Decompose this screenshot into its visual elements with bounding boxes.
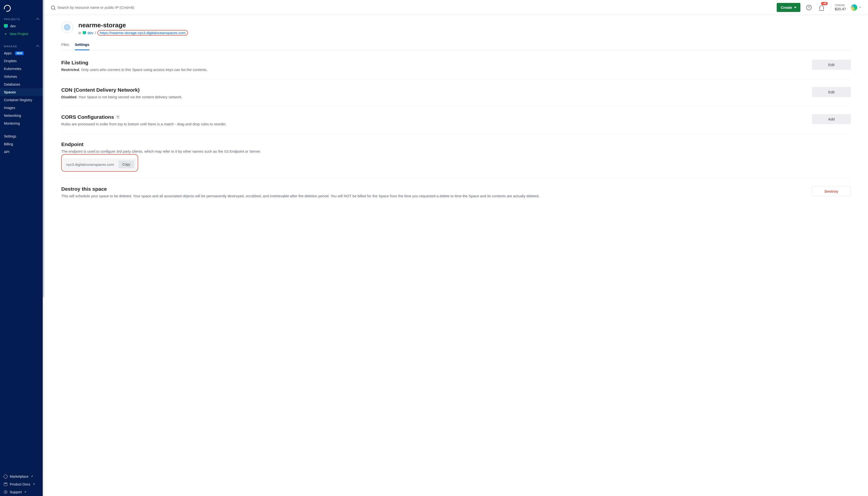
setting-title: CORS Configurations ? (61, 114, 805, 120)
sidebar-item-label: Product Docs (10, 482, 30, 486)
sidebar-item-databases[interactable]: Databases (0, 80, 43, 88)
sidebar-item-monitoring[interactable]: Monitoring (0, 120, 43, 127)
sidebar-item-api[interactable]: API (0, 148, 43, 156)
help-icon: ? (806, 5, 812, 10)
external-link-icon: ↗ (33, 483, 35, 486)
sidebar-item-volumes[interactable]: Volumes (0, 73, 43, 80)
sidebar-item-label: API (4, 150, 10, 154)
setting-desc: Disabled. Your Space is not being served… (61, 94, 805, 100)
sidebar-item-label: Volumes (4, 75, 17, 78)
logo-wrap[interactable] (0, 0, 43, 15)
breadcrumb: in dev / https://nearme-storage.nyc3.dig… (78, 30, 188, 36)
edit-cdn-button[interactable]: Edit (812, 87, 851, 97)
tabs: Files Settings (61, 40, 851, 50)
help-icon[interactable]: ? (116, 115, 120, 119)
breadcrumb-project-link[interactable]: dev (88, 31, 93, 35)
setting-desc: Rules are processed in order from top to… (61, 121, 805, 127)
add-cors-button[interactable]: Add (812, 114, 851, 124)
project-icon (4, 24, 8, 28)
space-url-callout: https://nearme-storage.nyc3.digitalocean… (98, 30, 188, 36)
usage-block[interactable]: USAGE $20.47 (830, 4, 846, 11)
avatar-icon (850, 4, 858, 11)
sidebar-item-label: Images (4, 106, 15, 110)
copy-endpoint-button[interactable]: Copy (118, 160, 134, 168)
page-head: nearme-storage in dev / https://nearme-s… (61, 21, 851, 36)
sidebar-item-marketplace[interactable]: Marketplace ↗ (0, 472, 43, 480)
notification-badge: +99 (821, 2, 828, 5)
sidebar-item-apps[interactable]: Apps NEW (0, 49, 43, 57)
search-icon (51, 5, 55, 10)
desc-text: . Your Space is not being served via the… (77, 95, 183, 99)
bell-icon (820, 5, 824, 10)
project-label: dev (10, 24, 16, 28)
setting-desc: The endpoint is used to configure 3rd pa… (61, 149, 851, 154)
scrollbar-track[interactable] (43, 0, 44, 496)
setting-title: Endpoint (61, 141, 851, 147)
sidebar-item-label: Settings (4, 134, 16, 138)
sidebar-item-label: Kubernetes (4, 67, 21, 71)
sidebar-item-label: Container Registry (4, 98, 32, 102)
sidebar-item-label: Apps (4, 51, 12, 55)
page-title: nearme-storage (78, 21, 188, 29)
projects-header-label: PROJECTS (4, 18, 20, 21)
topbar: Create ? +99 USAGE $20.47 (44, 0, 868, 15)
chevron-up-icon (36, 45, 39, 48)
setting-title: File Listing (61, 60, 805, 66)
docs-icon (4, 483, 7, 486)
sidebar-item-billing[interactable]: Billing (0, 140, 43, 148)
setting-cdn: CDN (Content Delivery Network) Disabled.… (61, 84, 851, 107)
sidebar-new-project[interactable]: + New Project (0, 30, 43, 38)
setting-title-text: CORS Configurations (61, 114, 114, 120)
main: Create ? +99 USAGE $20.47 nearme-storage (44, 0, 868, 496)
usage-amount: $20.47 (835, 7, 846, 11)
sidebar-project-dev[interactable]: dev (0, 22, 43, 30)
space-avatar-icon (61, 21, 73, 33)
manage-header[interactable]: MANAGE (0, 42, 43, 49)
setting-destroy: Destroy this space This will schedule yo… (61, 184, 851, 205)
sidebar-item-label: Billing (4, 142, 13, 146)
endpoint-box: nyc3.digitaloceanspaces.com Copy (63, 158, 137, 170)
setting-endpoint: Endpoint The endpoint is used to configu… (61, 139, 851, 179)
sidebar-item-container-registry[interactable]: Container Registry (0, 96, 43, 104)
sidebar-item-networking[interactable]: Networking (0, 112, 43, 120)
sidebar-item-spaces[interactable]: Spaces (0, 88, 43, 96)
create-button[interactable]: Create (777, 3, 800, 12)
sidebar-item-label: Databases (4, 82, 20, 86)
sidebar-item-product-docs[interactable]: Product Docs ↗ (0, 480, 43, 488)
projects-header[interactable]: PROJECTS (0, 15, 43, 22)
chevron-down-icon (794, 7, 796, 8)
sidebar-item-label: Monitoring (4, 121, 20, 125)
new-project-label: New Project (10, 32, 28, 36)
tab-files[interactable]: Files (61, 40, 69, 50)
destroy-button[interactable]: Destroy (812, 186, 851, 197)
sidebar-item-label: Marketplace (10, 475, 28, 478)
sidebar-item-label: Networking (4, 114, 21, 118)
manage-header-label: MANAGE (4, 45, 17, 48)
help-button[interactable]: ? (805, 3, 813, 12)
divider (0, 130, 43, 130)
support-icon (4, 491, 7, 494)
setting-desc: This will schedule your space to be dele… (61, 193, 805, 199)
usage-label: USAGE (835, 4, 846, 7)
external-link-icon: ↗ (24, 491, 26, 494)
account-menu[interactable] (850, 3, 861, 12)
tab-settings[interactable]: Settings (75, 40, 89, 50)
scrollbar-thumb[interactable] (43, 0, 44, 297)
search-input[interactable] (57, 5, 772, 10)
setting-title: Destroy this space (61, 186, 805, 192)
space-url-link[interactable]: https://nearme-storage.nyc3.digitalocean… (100, 31, 185, 35)
sidebar-item-kubernetes[interactable]: Kubernetes (0, 65, 43, 73)
new-badge: NEW (15, 51, 24, 55)
edit-file-listing-button[interactable]: Edit (812, 60, 851, 70)
status-label: Disabled (61, 95, 77, 99)
notifications-button[interactable]: +99 (818, 3, 826, 12)
breadcrumb-slash: / (95, 31, 96, 35)
sidebar-item-support[interactable]: Support ↗ (0, 488, 43, 496)
digitalocean-logo-icon (4, 5, 11, 12)
sidebar-item-droplets[interactable]: Droplets (0, 57, 43, 65)
sidebar-item-settings[interactable]: Settings (0, 133, 43, 140)
endpoint-callout: nyc3.digitaloceanspaces.com Copy (61, 154, 138, 172)
sidebar-item-images[interactable]: Images (0, 104, 43, 112)
sidebar-item-label: Support (10, 490, 22, 494)
endpoint-value: nyc3.digitaloceanspaces.com (66, 162, 114, 167)
